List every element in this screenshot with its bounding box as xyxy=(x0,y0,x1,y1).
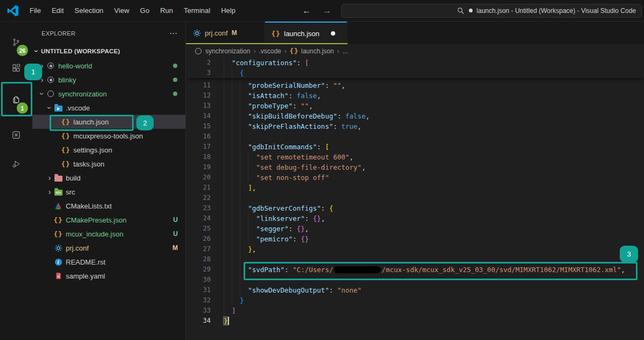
line-number[interactable]: 15 xyxy=(186,121,211,131)
code-line-3[interactable]: 3{ xyxy=(186,68,644,78)
code-line-2[interactable]: 2"configurations": [ xyxy=(186,58,644,68)
tree-item-hello-world[interactable]: hello-world xyxy=(32,59,185,73)
line-number[interactable]: 19 xyxy=(186,162,211,172)
command-center[interactable]: launch.json - Untitled (Workspace) - Vis… xyxy=(341,4,642,18)
line-number[interactable]: 20 xyxy=(186,172,211,183)
code-line-22[interactable]: 22 xyxy=(186,193,644,203)
menu-run[interactable]: Run xyxy=(155,0,178,22)
code-line-16[interactable]: 16 xyxy=(186,131,644,142)
chevron-right-icon[interactable] xyxy=(38,61,46,70)
workspace-section-header[interactable]: UNTITLED (WORKSPACE) xyxy=(32,45,185,57)
chevron-down-icon[interactable] xyxy=(38,89,46,98)
line-number[interactable]: 25 xyxy=(186,224,211,234)
breadcrumb-item--vscode[interactable]: .vscode xyxy=(259,47,281,55)
tree-item-synchronization[interactable]: synchronization xyxy=(32,87,185,101)
tab-prj-conf[interactable]: prj.confM xyxy=(186,22,265,44)
line-number[interactable]: 33 xyxy=(186,306,211,316)
code-line-11[interactable]: 11"probeSerialNumber": "", xyxy=(186,80,644,91)
code-line-14[interactable]: 14"skipBuildBeforeDebug": false, xyxy=(186,111,644,121)
code-line-27[interactable]: 27}, xyxy=(186,244,644,254)
chevron-right-icon[interactable] xyxy=(45,174,54,182)
code-line-26[interactable]: 26"pemicro": {} xyxy=(186,234,644,244)
forward-arrow-icon[interactable]: → xyxy=(323,6,331,16)
menu-edit[interactable]: Edit xyxy=(46,0,69,22)
code-line-21[interactable]: 21], xyxy=(186,183,644,193)
line-number[interactable]: 30 xyxy=(186,275,211,285)
tree-item-mcuxpresso-tools-json[interactable]: {}mcuxpresso-tools.json xyxy=(32,129,185,143)
tab-dirty-dot[interactable] xyxy=(331,31,335,36)
more-actions-icon[interactable]: ⋯ xyxy=(169,29,178,38)
code-line-12[interactable]: 12"isAttach": false, xyxy=(186,91,644,101)
code-line-24[interactable]: 24"linkserver": {}, xyxy=(186,213,644,224)
code-line-18[interactable]: 18"set remotetimeout 600", xyxy=(186,152,644,162)
line-number[interactable]: 28 xyxy=(186,254,211,265)
activity-x-box[interactable] xyxy=(0,122,32,148)
breadcrumb-item-synchronization[interactable]: synchronization xyxy=(194,47,250,55)
line-number[interactable]: 12 xyxy=(186,91,211,101)
menu-selection[interactable]: Selection xyxy=(69,0,108,22)
tree-item-cmakepresets-json[interactable]: {}CMakePresets.jsonU xyxy=(32,213,185,227)
activity-debug[interactable] xyxy=(0,151,32,177)
line-number[interactable]: 2 xyxy=(186,58,211,68)
chevron-down-icon[interactable] xyxy=(45,103,54,112)
tree-item-blinky[interactable]: blinky xyxy=(32,73,185,87)
code-line-29[interactable]: 29"svdPath": "C:/Users//mcux-sdk/mcux_sd… xyxy=(186,265,644,275)
tree-item-tasks-json[interactable]: {}tasks.json xyxy=(32,157,185,171)
code-line-33[interactable]: 33] xyxy=(186,306,644,316)
tree-item-prj-conf[interactable]: prj.confM xyxy=(32,241,185,255)
code-line-34[interactable]: 34} xyxy=(186,316,644,326)
code-line-20[interactable]: 20"set non-stop off" xyxy=(186,172,644,183)
tree-item-src[interactable]: </>src xyxy=(32,185,185,199)
line-number[interactable]: 27 xyxy=(186,244,211,254)
menu-view[interactable]: View xyxy=(109,0,135,22)
menu-terminal[interactable]: Terminal xyxy=(178,0,216,22)
code-line-25[interactable]: 25"segger": {}, xyxy=(186,224,644,234)
activity-source-control[interactable]: 26 xyxy=(0,29,32,55)
line-number[interactable]: 32 xyxy=(186,295,211,306)
code-line-23[interactable]: 23"gdbServerConfigs": { xyxy=(186,203,644,213)
activity-explorer[interactable]: 1 xyxy=(0,87,32,113)
tree-item-build[interactable]: build xyxy=(32,171,185,185)
line-number[interactable]: 16 xyxy=(186,131,211,142)
breadcrumb-item--[interactable]: ... xyxy=(342,47,348,55)
line-number[interactable]: 14 xyxy=(186,111,211,121)
code-line-17[interactable]: 17"gdbInitCommands": [ xyxy=(186,142,644,152)
tree-item-settings-json[interactable]: {}settings.json xyxy=(32,143,185,157)
tree-item-readme-rst[interactable]: iREADME.rst xyxy=(32,255,185,269)
line-number[interactable]: 34 xyxy=(186,316,211,326)
menu-help[interactable]: Help xyxy=(216,0,241,22)
code-line-15[interactable]: 15"skipPreFlashActions": true, xyxy=(186,121,644,131)
code-editor[interactable]: 2"configurations": [3{ 11"probeSerialNum… xyxy=(186,58,644,340)
code-line-32[interactable]: 32} xyxy=(186,295,644,306)
tree-item-cmakelists-txt[interactable]: CMakeLists.txt xyxy=(32,199,185,213)
line-number[interactable]: 26 xyxy=(186,234,211,244)
line-number[interactable]: 11 xyxy=(186,80,211,91)
menu-go[interactable]: Go xyxy=(135,0,155,22)
line-number[interactable]: 17 xyxy=(186,142,211,152)
line-number[interactable]: 23 xyxy=(186,203,211,213)
menu-file[interactable]: File xyxy=(24,0,46,22)
back-arrow-icon[interactable]: ← xyxy=(302,6,311,16)
breadcrumb-item-launch-json[interactable]: {}launch.json xyxy=(290,47,334,55)
tab-launch-json[interactable]: {}launch.json xyxy=(265,22,347,44)
chevron-right-icon[interactable] xyxy=(38,75,46,84)
code-line-30[interactable]: 30 xyxy=(186,275,644,285)
code-line-28[interactable]: 28 xyxy=(186,254,644,265)
code-line-19[interactable]: 19"set debug-file-directory", xyxy=(186,162,644,172)
tree-item-launch-json[interactable]: {}launch.json xyxy=(32,115,185,129)
line-number[interactable]: 22 xyxy=(186,193,211,203)
line-number[interactable]: 31 xyxy=(186,285,211,295)
tree-item--vscode[interactable]: .vscode xyxy=(32,101,185,115)
code-line-13[interactable]: 13"probeType": "", xyxy=(186,101,644,111)
line-number[interactable]: 13 xyxy=(186,101,211,111)
line-number[interactable]: 18 xyxy=(186,152,211,162)
tree-item-sample-yaml[interactable]: sample.yaml xyxy=(32,269,185,283)
code-line-31[interactable]: 31"showDevDebugOutput": "none" xyxy=(186,285,644,295)
line-number[interactable]: 24 xyxy=(186,213,211,224)
activity-extensions[interactable] xyxy=(0,55,32,81)
line-number[interactable]: 21 xyxy=(186,183,211,193)
line-number[interactable]: 3 xyxy=(186,68,211,78)
line-number[interactable]: 29 xyxy=(186,265,211,275)
tree-item-mcux-include-json[interactable]: {}mcux_include.jsonU xyxy=(32,227,185,241)
chevron-right-icon[interactable] xyxy=(45,188,54,196)
